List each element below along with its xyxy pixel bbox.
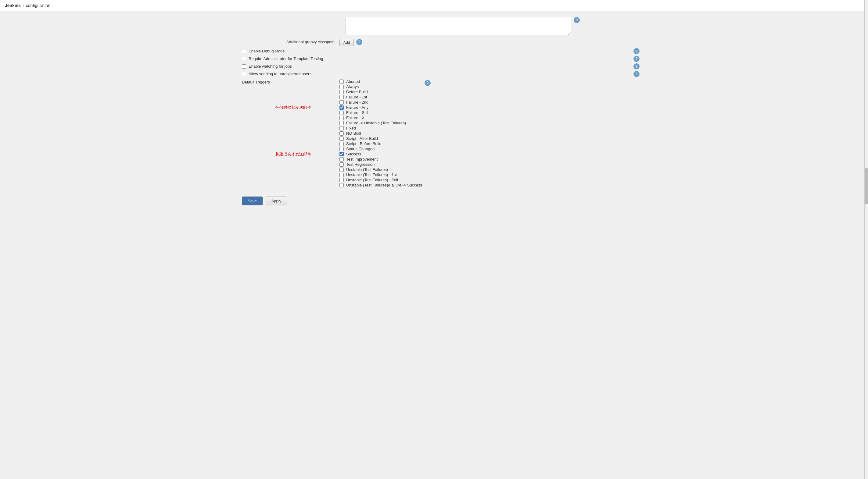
trigger-label-t-unstable-still[interactable]: Unstable (Test Failures) - Still	[346, 178, 398, 182]
form-section: ? Additional groovy classpath Add ? Enab…	[205, 17, 663, 205]
allow-sending-label[interactable]: Allow sending to unregistered users	[249, 72, 311, 76]
help-icon-groovy[interactable]: ?	[356, 39, 362, 45]
header-config: configuration	[26, 3, 50, 8]
trigger-label-t-unstable-success[interactable]: Unstable (Test Failures)/Failure -> Succ…	[346, 183, 422, 187]
trigger-item: Unstable (Test Failures) - 1st	[339, 172, 422, 177]
trigger-item: Failure - 1st	[339, 95, 422, 99]
trigger-label-t-failure-x[interactable]: Failure - X	[346, 115, 365, 120]
trigger-checkbox-t-status-changed[interactable]	[339, 147, 344, 151]
trigger-checkbox-t-not-built[interactable]	[339, 131, 344, 136]
trigger-item: Test Regression	[339, 162, 422, 167]
enable-watching-label[interactable]: Enable watching for jobs	[249, 64, 292, 69]
trigger-label-t-success[interactable]: Success	[346, 152, 361, 156]
trigger-label-t-status-changed[interactable]: Status Changed	[346, 146, 374, 151]
trigger-checkbox-t-failure-unstable[interactable]	[339, 121, 344, 125]
default-triggers-section: Default Triggers AbortedAlwaysBefore Bui…	[223, 79, 645, 187]
enable-debug-row: Enable Debug Mode ?	[223, 49, 645, 53]
trigger-item: Test Improvement	[339, 157, 422, 162]
help-icon-textarea[interactable]: ?	[574, 17, 580, 23]
trigger-label-t-always[interactable]: Always	[346, 84, 359, 89]
trigger-label-t-not-built[interactable]: Not Built	[346, 131, 361, 136]
trigger-item: Script - After Build	[339, 136, 422, 141]
help-icon-watching[interactable]: ?	[633, 63, 640, 69]
trigger-item: Failure - 2nd	[339, 100, 422, 104]
trigger-checkbox-t-failure-2nd[interactable]	[339, 100, 344, 104]
groovy-classpath-label: Additional groovy classpath	[223, 39, 339, 44]
trigger-checkbox-t-script-before[interactable]	[339, 142, 344, 146]
trigger-item: Not Built	[339, 131, 422, 136]
annotation-any: 任何时候都发送邮件	[275, 105, 311, 110]
trigger-checkbox-t-test-regression[interactable]	[339, 162, 344, 167]
scrollbar-thumb[interactable]	[865, 168, 868, 204]
add-button[interactable]: Add	[339, 39, 354, 46]
trigger-checkbox-t-test-improvement[interactable]	[339, 157, 344, 162]
trigger-item: Status Changed	[339, 146, 422, 151]
trigger-item: Unstable (Test Failures)	[339, 167, 422, 172]
enable-watching-checkbox[interactable]	[242, 64, 246, 69]
trigger-item: Failure -> Unstable (Test Failures)	[339, 121, 422, 125]
trigger-checkbox-t-aborted[interactable]	[339, 79, 344, 84]
groovy-classpath-control: Add ?	[339, 39, 645, 46]
apply-button[interactable]: Apply	[266, 197, 287, 205]
trigger-label-t-test-improvement[interactable]: Test Improvement	[346, 157, 378, 162]
trigger-item: 构建成功才发送邮件Success	[339, 152, 422, 156]
trigger-label-t-unstable[interactable]: Unstable (Test Failures)	[346, 167, 388, 172]
page-content: ? Additional groovy classpath Add ? Enab…	[205, 11, 663, 217]
trigger-checkbox-t-failure-still[interactable]	[339, 111, 344, 115]
trigger-item: Fixed	[339, 126, 422, 130]
form-buttons: Save Apply	[223, 197, 645, 205]
trigger-item: Aborted	[339, 79, 422, 84]
trigger-label-t-failure-1st[interactable]: Failure - 1st	[346, 95, 367, 99]
allow-sending-checkbox[interactable]	[242, 72, 246, 76]
scrollbar[interactable]	[864, 0, 868, 217]
trigger-item: Unstable (Test Failures) - Still	[339, 178, 422, 182]
help-icon-debug[interactable]: ?	[633, 48, 640, 54]
require-admin-row: Require Administrator for Template Testi…	[223, 56, 645, 61]
groovy-classpath-textarea[interactable]	[346, 17, 571, 35]
trigger-label-t-aborted[interactable]: Aborted	[346, 79, 360, 84]
trigger-checkbox-t-failure-1st[interactable]	[339, 95, 344, 99]
header-arrow: ›	[23, 3, 24, 8]
enable-debug-label[interactable]: Enable Debug Mode	[249, 49, 285, 53]
trigger-item: 任何时候都发送邮件Failure - Any	[339, 105, 422, 110]
enable-debug-checkbox[interactable]	[242, 49, 246, 53]
trigger-label-t-test-regression[interactable]: Test Regression	[346, 162, 374, 167]
trigger-checkbox-t-unstable-success[interactable]	[339, 183, 344, 187]
trigger-label-t-failure-any[interactable]: Failure - Any	[346, 105, 368, 110]
help-icon-sending[interactable]: ?	[633, 71, 640, 77]
trigger-label-t-before-build[interactable]: Before Build	[346, 90, 368, 94]
allow-sending-row: Allow sending to unregistered users ?	[223, 72, 645, 76]
trigger-checkbox-t-unstable-1st[interactable]	[339, 173, 344, 177]
trigger-label-t-fixed[interactable]: Fixed	[346, 126, 356, 130]
trigger-item: Script - Before Build	[339, 141, 422, 146]
trigger-label-t-failure-still[interactable]: Failure - Still	[346, 110, 368, 115]
trigger-checkbox-t-always[interactable]	[339, 85, 344, 89]
annotation-success: 构建成功才发送邮件	[275, 151, 311, 157]
trigger-checkbox-t-fixed[interactable]	[339, 126, 344, 130]
trigger-item: Failure - X	[339, 115, 422, 120]
trigger-item: Failure - Still	[339, 110, 422, 115]
trigger-checkbox-t-before-build[interactable]	[339, 90, 344, 94]
enable-watching-row: Enable watching for jobs ?	[223, 64, 645, 69]
help-icon-triggers[interactable]: ?	[425, 80, 431, 86]
trigger-checkbox-t-unstable-still[interactable]	[339, 178, 344, 182]
trigger-checkbox-t-success[interactable]	[339, 152, 344, 156]
triggers-list: AbortedAlwaysBefore BuildFailure - 1stFa…	[339, 79, 422, 187]
trigger-label-t-script-after[interactable]: Script - After Build	[346, 136, 378, 141]
save-button[interactable]: Save	[242, 197, 262, 205]
trigger-label-t-script-before[interactable]: Script - Before Build	[346, 141, 381, 146]
require-admin-label[interactable]: Require Administrator for Template Testi…	[249, 56, 323, 61]
trigger-checkbox-t-failure-x[interactable]	[339, 116, 344, 120]
trigger-label-t-failure-2nd[interactable]: Failure - 2nd	[346, 100, 368, 104]
trigger-label-t-unstable-1st[interactable]: Unstable (Test Failures) - 1st	[346, 172, 397, 177]
trigger-checkbox-t-unstable[interactable]	[339, 168, 344, 172]
trigger-item: Unstable (Test Failures)/Failure -> Succ…	[339, 183, 422, 187]
trigger-label-t-failure-unstable[interactable]: Failure -> Unstable (Test Failures)	[346, 121, 406, 125]
trigger-checkbox-t-script-after[interactable]	[339, 137, 344, 141]
help-icon-admin[interactable]: ?	[633, 56, 640, 62]
trigger-item: Always	[339, 84, 422, 89]
default-triggers-label: Default Triggers	[242, 79, 339, 84]
trigger-checkbox-t-failure-any[interactable]	[339, 105, 344, 110]
require-admin-checkbox[interactable]	[242, 57, 246, 61]
header-jenkins-link[interactable]: Jenkins	[5, 3, 21, 8]
